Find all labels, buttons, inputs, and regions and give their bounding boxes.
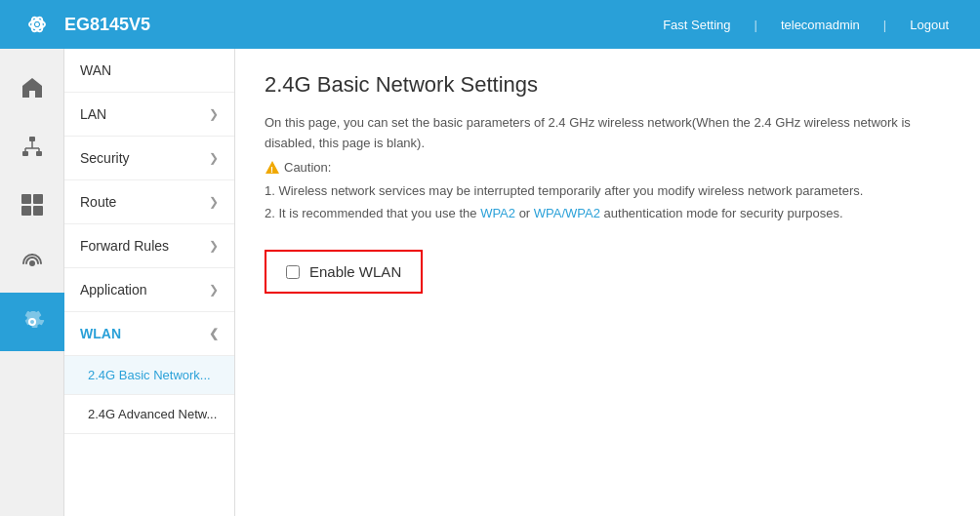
menu-label-security: Security xyxy=(80,150,130,166)
caution-item-2-text2: or xyxy=(515,206,534,220)
username-link[interactable]: telecomadmin xyxy=(769,18,872,32)
chevron-down-icon: ❯ xyxy=(209,195,219,209)
caution-section: ! Caution: 1. Wireless network services … xyxy=(265,160,951,225)
enable-wlan-box[interactable]: Enable WLAN xyxy=(265,250,423,294)
chevron-up-icon: ❮ xyxy=(209,327,219,340)
menu-label-application: Application xyxy=(80,282,147,298)
description-text: On this page, you can set the basic para… xyxy=(265,113,951,154)
content-area: 2.4G Basic Network Settings On this page… xyxy=(235,49,980,516)
menu-item-forward[interactable]: Forward Rules ❯ xyxy=(64,224,234,268)
nav-divider2: | xyxy=(872,18,898,32)
caution-item-2-text: 2. It is recommended that you use the xyxy=(265,206,480,220)
chevron-down-icon: ❯ xyxy=(209,107,219,121)
menu-item-application[interactable]: Application ❯ xyxy=(64,268,234,312)
svg-text:!: ! xyxy=(270,164,273,174)
menu-item-lan[interactable]: LAN ❯ xyxy=(64,93,234,137)
header: EG8145V5 Fast Setting | telecomadmin | L… xyxy=(0,0,980,49)
sidebar-icon-plus[interactable] xyxy=(0,176,64,234)
menu-label-wlan: WLAN xyxy=(80,326,121,341)
svg-rect-6 xyxy=(36,151,42,156)
header-navigation: Fast Setting | telecomadmin | Logout xyxy=(651,18,960,32)
sub-menu-item-2g-basic[interactable]: 2.4G Basic Network... xyxy=(64,356,234,395)
chevron-down-icon: ❯ xyxy=(209,283,219,297)
caution-item-2-text3: authentication mode for security purpose… xyxy=(600,206,843,220)
sub-menu-item-2g-advanced[interactable]: 2.4G Advanced Netw... xyxy=(64,395,234,434)
icon-sidebar xyxy=(0,49,64,516)
menu-label-wan: WAN xyxy=(80,62,111,78)
svg-rect-11 xyxy=(21,194,31,204)
enable-wlan-label[interactable]: Enable WLAN xyxy=(286,263,401,280)
enable-wlan-checkbox[interactable] xyxy=(286,265,300,279)
menu-item-security[interactable]: Security ❯ xyxy=(64,137,234,180)
sub-menu-label-2g-advanced: 2.4G Advanced Netw... xyxy=(88,407,217,421)
sidebar-icon-signal[interactable] xyxy=(0,234,64,293)
caution-item-2: 2. It is recommended that you use the WP… xyxy=(265,202,951,224)
main-layout: WAN LAN ❯ Security ❯ Route ❯ Forward Rul… xyxy=(0,49,980,516)
menu-item-wlan[interactable]: WLAN ❮ xyxy=(64,312,234,356)
enable-wlan-text: Enable WLAN xyxy=(309,263,401,280)
caution-item-1: 1. Wireless network services may be inte… xyxy=(265,179,951,202)
sidebar-icon-home[interactable] xyxy=(0,59,64,117)
logout-link[interactable]: Logout xyxy=(898,18,960,32)
menu-label-forward: Forward Rules xyxy=(80,238,169,254)
caution-list: 1. Wireless network services may be inte… xyxy=(265,179,951,225)
svg-rect-5 xyxy=(22,151,28,156)
menu-label-route: Route xyxy=(80,194,116,210)
huawei-logo-icon xyxy=(20,7,55,42)
fast-setting-link[interactable]: Fast Setting xyxy=(651,18,742,32)
warning-icon: ! xyxy=(265,160,280,176)
sidebar-icon-settings[interactable] xyxy=(0,293,64,351)
sub-menu-label-2g-basic: 2.4G Basic Network... xyxy=(88,368,211,382)
svg-rect-14 xyxy=(33,206,43,216)
brand-logo: EG8145V5 xyxy=(20,7,150,42)
chevron-down-icon: ❯ xyxy=(209,151,219,165)
brand-name: EG8145V5 xyxy=(64,15,150,35)
menu-item-route[interactable]: Route ❯ xyxy=(64,180,234,224)
svg-point-3 xyxy=(35,22,39,26)
svg-point-15 xyxy=(29,260,35,266)
menu-item-wan[interactable]: WAN xyxy=(64,49,234,93)
wpa2-link[interactable]: WPA2 xyxy=(480,206,515,220)
sidebar-icon-network[interactable] xyxy=(0,117,64,176)
caution-label: Caution: xyxy=(284,160,331,175)
caution-title: ! Caution: xyxy=(265,160,951,176)
page-title: 2.4G Basic Network Settings xyxy=(265,72,951,98)
svg-rect-4 xyxy=(29,137,35,141)
nav-divider: | xyxy=(743,18,769,32)
wpa-wpa2-link[interactable]: WPA/WPA2 xyxy=(534,206,600,220)
menu-label-lan: LAN xyxy=(80,106,106,122)
chevron-down-icon: ❯ xyxy=(209,239,219,253)
svg-rect-12 xyxy=(33,194,43,204)
svg-rect-13 xyxy=(21,206,31,216)
menu-sidebar: WAN LAN ❯ Security ❯ Route ❯ Forward Rul… xyxy=(64,49,235,516)
